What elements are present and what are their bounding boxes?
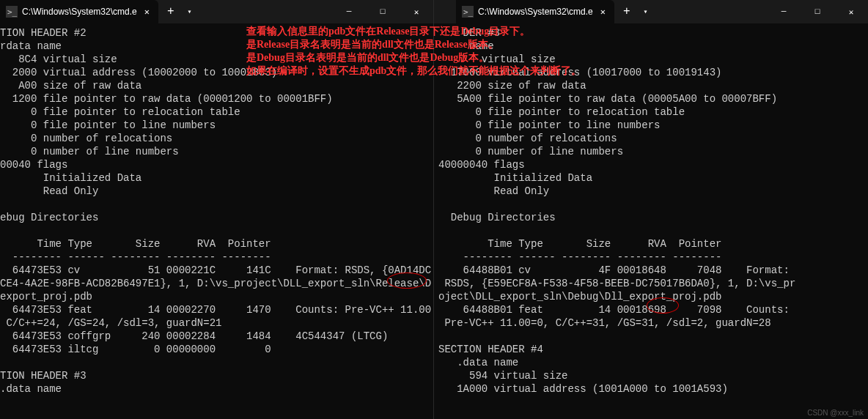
terminal-output-left: TION HEADER #2 rdata name 8C4 virtual si… [0,23,433,398]
new-tab-right[interactable]: + [614,5,639,18]
tab-dropdown-left[interactable]: ▾ [183,7,196,16]
tab-close-left[interactable]: ✕ [141,7,152,18]
watermark: CSDN @xxx_link [807,409,864,417]
maximize-button-left[interactable]: □ [366,0,400,23]
svg-text:>_: >_ [7,7,18,17]
tab-cmd-right[interactable]: >_ C:\Windows\System32\cmd.e ✕ [456,0,614,23]
tab-title-right: C:\Windows\System32\cmd.e [478,7,593,17]
right-terminal-window: >_ C:\Windows\System32\cmd.e ✕ + ▾ ─ □ ✕… [434,0,868,419]
cmd-icon: >_ [462,6,474,18]
minimize-button-right[interactable]: ─ [767,0,801,23]
titlebar-right: >_ C:\Windows\System32\cmd.e ✕ + ▾ ─ □ ✕ [434,0,868,23]
tab-cmd-left[interactable]: >_ C:\Windows\System32\cmd.e ✕ [0,0,158,23]
window-controls-left: ─ □ ✕ [332,0,433,23]
maximize-button-right[interactable]: □ [801,0,834,23]
close-button-left[interactable]: ✕ [400,0,433,23]
new-tab-left[interactable]: + [158,5,183,18]
window-controls-right: ─ □ ✕ [767,0,868,23]
tab-close-right[interactable]: ✕ [597,7,608,18]
close-button-right[interactable]: ✕ [834,0,868,23]
minimize-button-left[interactable]: ─ [332,0,366,23]
left-terminal-window: >_ C:\Windows\System32\cmd.e ✕ + ▾ ─ □ ✕… [0,0,434,419]
titlebar-left: >_ C:\Windows\System32\cmd.e ✕ + ▾ ─ □ ✕ [0,0,433,23]
svg-text:>_: >_ [463,7,474,17]
tab-title-left: C:\Windows\System32\cmd.e [22,7,137,17]
terminal-output-right: DER #3 name virtual size 17000 virtual a… [434,23,868,398]
tab-dropdown-right[interactable]: ▾ [639,7,652,16]
cmd-icon: >_ [6,6,18,18]
